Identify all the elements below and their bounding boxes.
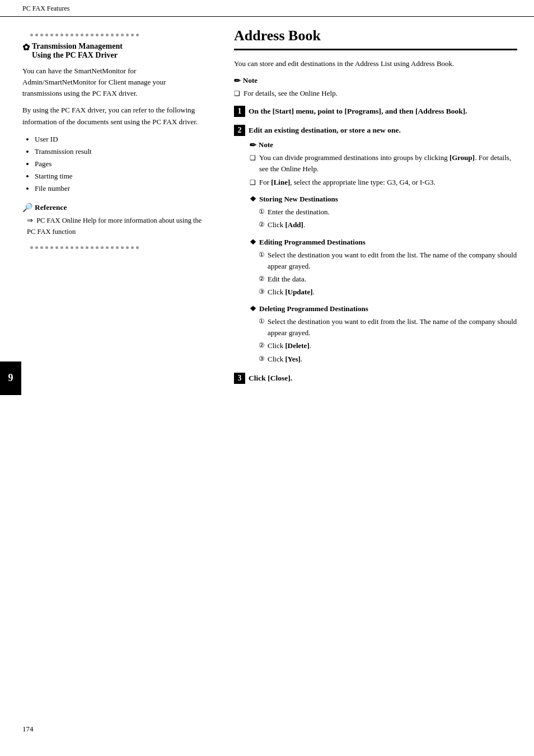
dots-bottom [22, 246, 207, 249]
step-number-3: 3 [234, 373, 245, 384]
circle-1-icon: ① [259, 206, 265, 217]
step-3-text: Click [Close]. [249, 373, 292, 384]
circle-2b-icon: ② [259, 340, 265, 351]
step2-note-item-1: ❑ For [Line], select the appropriate lin… [250, 177, 517, 188]
step2-note: ✏ Note ❑ You can divide programmed desti… [234, 140, 517, 188]
step-1-text: On the [Start] menu, point to [Programs]… [249, 106, 467, 117]
circle-2-icon: ② [259, 219, 265, 230]
page-number: 174 [22, 725, 34, 733]
deleting-step-1: ① Select the destination you want to edi… [259, 316, 517, 339]
circle-1a-icon: ① [259, 250, 265, 260]
step2-note-item-0: ❑ You can divide programmed destinations… [250, 152, 517, 175]
subsection-editing-title: ❖ Editing Programmed Destinations [250, 238, 517, 247]
note-icon-1: ✏ [234, 76, 241, 86]
subsection-deleting-steps: ① Select the destination you want to edi… [250, 316, 517, 365]
step-2-row: 2 Edit an existing destination, or store… [234, 125, 517, 136]
subsection-editing: ❖ Editing Programmed Destinations ① Sele… [234, 238, 517, 298]
gear-icon: ✿ [22, 42, 30, 53]
deleting-step-2: ② Click [Delete]. [259, 340, 517, 351]
arrow-icon: ⇒ [27, 216, 33, 224]
subsection-storing: ❖ Storing New Destinations ① Enter the d… [234, 195, 517, 231]
checkbox-icon-3: ❑ [250, 177, 256, 188]
page: PC FAX Features ✿ Transmission Managemen… [0, 0, 534, 756]
subsection-storing-title: ❖ Storing New Destinations [250, 195, 517, 204]
header-bar: PC FAX Features [0, 0, 534, 17]
checkbox-icon-2: ❑ [250, 153, 256, 163]
editing-step-1: ① Select the destination you want to edi… [259, 250, 517, 272]
circle-3b-icon: ③ [259, 354, 265, 364]
reference-text: ⇒ PC FAX Online Help for more informatio… [22, 215, 207, 237]
diamond-icon-1: ❖ [250, 195, 256, 204]
diamond-icon-2: ❖ [250, 238, 256, 247]
section-title: ✿ Transmission Management Using the PC F… [22, 42, 207, 60]
step-1: 1 On the [Start] menu, point to [Program… [234, 106, 517, 117]
note-section-1: ✏ Note ❑ For details, see the Online Hel… [234, 76, 517, 99]
step2-note-icon: ✏ [250, 140, 256, 150]
intro-text: You can store and edit destinations in t… [234, 58, 517, 69]
editing-step-3: ③ Click [Update]. [259, 287, 517, 298]
reference-section: 🔎 Reference ⇒ PC FAX Online Help for mor… [22, 203, 207, 237]
list-item: User ID [35, 133, 207, 145]
page-footer: 174 [22, 725, 34, 734]
step-3: 3 Click [Close]. [234, 373, 517, 384]
section-title-text: Transmission Management Using the PC FAX… [32, 42, 123, 60]
step2-note-title: ✏ Note [250, 140, 517, 150]
storing-step-2: ② Click [Add]. [259, 219, 517, 231]
circle-1b-icon: ① [259, 316, 265, 327]
chapter-marker: 9 [0, 361, 21, 395]
left-para2: By using the PC FAX driver, you can refe… [22, 105, 207, 127]
step-number-2: 2 [234, 125, 245, 136]
right-column: Address Book You can store and edit dest… [218, 17, 534, 756]
address-book-title: Address Book [234, 28, 517, 50]
bullet-list: User ID Transmission result Pages Starti… [22, 133, 207, 195]
breadcrumb: PC FAX Features [22, 4, 69, 12]
step-2-text: Edit an existing destination, or store a… [249, 125, 401, 136]
left-para1: You can have the SmartNetMonitor for Adm… [22, 65, 207, 99]
subsection-storing-steps: ① Enter the destination. ② Click [Add]. [250, 206, 517, 231]
subsection-deleting: ❖ Deleting Programmed Destinations ① Sel… [234, 304, 517, 365]
diamond-icon-3: ❖ [250, 304, 256, 313]
subsection-deleting-title: ❖ Deleting Programmed Destinations [250, 304, 517, 313]
checkbox-icon: ❑ [234, 88, 240, 99]
step-2: 2 Edit an existing destination, or store… [234, 125, 517, 365]
list-item: File number [35, 182, 207, 195]
list-item: Transmission result [35, 145, 207, 158]
list-item: Pages [35, 158, 207, 170]
step-3-row: 3 Click [Close]. [234, 373, 517, 384]
circle-2a-icon: ② [259, 274, 265, 284]
step-1-row: 1 On the [Start] menu, point to [Program… [234, 106, 517, 117]
step-number-1: 1 [234, 106, 245, 117]
list-item: Starting time [35, 170, 207, 182]
deleting-step-3: ③ Click [Yes]. [259, 354, 517, 365]
storing-step-1: ① Enter the destination. [259, 206, 517, 218]
left-column: ✿ Transmission Management Using the PC F… [0, 17, 218, 756]
editing-step-2: ② Edit the data. [259, 274, 517, 285]
subsection-editing-steps: ① Select the destination you want to edi… [250, 250, 517, 298]
dots-top [22, 34, 207, 36]
reference-icon: 🔎 [22, 203, 33, 213]
note-title-1: ✏ Note [234, 76, 517, 86]
content-area: ✿ Transmission Management Using the PC F… [0, 17, 534, 756]
reference-title: 🔎 Reference [22, 203, 207, 213]
circle-3a-icon: ③ [259, 287, 265, 297]
note-item-1: ❑ For details, see the Online Help. [234, 88, 517, 99]
